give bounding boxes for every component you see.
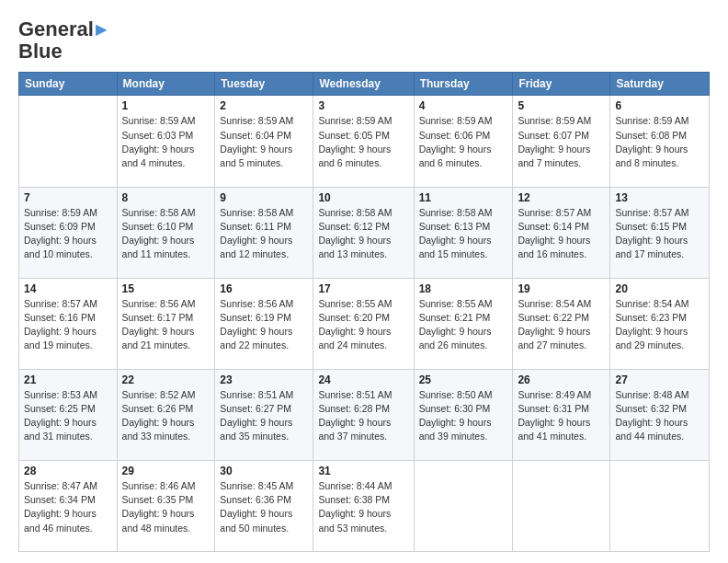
calendar-cell: 22Sunrise: 8:52 AM Sunset: 6:26 PM Dayli… xyxy=(117,369,215,460)
header: General▸ Blue xyxy=(18,15,710,63)
day-number: 23 xyxy=(220,373,308,386)
weekday-header-sunday: Sunday xyxy=(19,73,118,96)
day-number: 27 xyxy=(615,373,704,386)
day-info: Sunrise: 8:49 AM Sunset: 6:31 PM Dayligh… xyxy=(518,388,605,444)
day-info: Sunrise: 8:50 AM Sunset: 6:30 PM Dayligh… xyxy=(419,388,508,444)
day-number: 20 xyxy=(615,282,704,295)
calendar-cell xyxy=(513,460,610,551)
day-number: 5 xyxy=(518,99,605,112)
calendar-cell: 6Sunrise: 8:59 AM Sunset: 6:08 PM Daylig… xyxy=(610,96,710,187)
calendar-cell: 7Sunrise: 8:59 AM Sunset: 6:09 PM Daylig… xyxy=(19,187,118,278)
day-info: Sunrise: 8:59 AM Sunset: 6:06 PM Dayligh… xyxy=(419,114,508,170)
day-info: Sunrise: 8:54 AM Sunset: 6:22 PM Dayligh… xyxy=(518,297,605,353)
week-row-1: 7Sunrise: 8:59 AM Sunset: 6:09 PM Daylig… xyxy=(19,187,710,278)
calendar-cell: 1Sunrise: 8:59 AM Sunset: 6:03 PM Daylig… xyxy=(117,96,215,187)
calendar-cell: 17Sunrise: 8:55 AM Sunset: 6:20 PM Dayli… xyxy=(313,278,414,369)
weekday-header-tuesday: Tuesday xyxy=(215,73,313,96)
calendar-cell: 30Sunrise: 8:45 AM Sunset: 6:36 PM Dayli… xyxy=(215,460,313,551)
calendar-cell: 13Sunrise: 8:57 AM Sunset: 6:15 PM Dayli… xyxy=(610,187,710,278)
calendar-cell: 27Sunrise: 8:48 AM Sunset: 6:32 PM Dayli… xyxy=(610,369,710,460)
day-info: Sunrise: 8:45 AM Sunset: 6:36 PM Dayligh… xyxy=(220,479,308,535)
calendar-cell: 8Sunrise: 8:58 AM Sunset: 6:10 PM Daylig… xyxy=(117,187,215,278)
calendar-cell: 5Sunrise: 8:59 AM Sunset: 6:07 PM Daylig… xyxy=(513,96,610,187)
day-number: 28 xyxy=(24,465,112,477)
week-row-2: 14Sunrise: 8:57 AM Sunset: 6:16 PM Dayli… xyxy=(19,278,710,369)
day-info: Sunrise: 8:59 AM Sunset: 6:09 PM Dayligh… xyxy=(24,206,112,262)
calendar-cell: 21Sunrise: 8:53 AM Sunset: 6:25 PM Dayli… xyxy=(19,369,118,460)
day-info: Sunrise: 8:57 AM Sunset: 6:16 PM Dayligh… xyxy=(24,297,112,353)
day-info: Sunrise: 8:59 AM Sunset: 6:03 PM Dayligh… xyxy=(122,114,210,170)
weekday-header-monday: Monday xyxy=(117,73,215,96)
day-info: Sunrise: 8:58 AM Sunset: 6:12 PM Dayligh… xyxy=(318,206,408,262)
logo-arrow-icon: ▸ xyxy=(96,17,106,40)
calendar-cell: 3Sunrise: 8:59 AM Sunset: 6:05 PM Daylig… xyxy=(313,96,414,187)
weekday-header-row: SundayMondayTuesdayWednesdayThursdayFrid… xyxy=(19,73,710,96)
day-number: 26 xyxy=(518,373,605,386)
day-info: Sunrise: 8:56 AM Sunset: 6:19 PM Dayligh… xyxy=(220,297,308,353)
calendar-cell: 12Sunrise: 8:57 AM Sunset: 6:14 PM Dayli… xyxy=(513,187,610,278)
calendar-cell: 4Sunrise: 8:59 AM Sunset: 6:06 PM Daylig… xyxy=(414,96,513,187)
day-info: Sunrise: 8:58 AM Sunset: 6:13 PM Dayligh… xyxy=(419,206,508,262)
page-container: General▸ Blue SundayMondayTuesdayWednesd… xyxy=(0,0,728,563)
day-number: 15 xyxy=(122,282,210,295)
calendar-cell: 19Sunrise: 8:54 AM Sunset: 6:22 PM Dayli… xyxy=(513,278,610,369)
calendar-cell: 20Sunrise: 8:54 AM Sunset: 6:23 PM Dayli… xyxy=(610,278,710,369)
calendar-cell: 28Sunrise: 8:47 AM Sunset: 6:34 PM Dayli… xyxy=(19,460,118,551)
calendar-cell xyxy=(19,96,118,187)
day-info: Sunrise: 8:57 AM Sunset: 6:14 PM Dayligh… xyxy=(518,206,605,262)
day-info: Sunrise: 8:44 AM Sunset: 6:38 PM Dayligh… xyxy=(318,479,408,535)
day-info: Sunrise: 8:59 AM Sunset: 6:05 PM Dayligh… xyxy=(318,114,408,170)
day-number: 7 xyxy=(24,191,112,204)
calendar-cell xyxy=(610,460,710,551)
day-number: 16 xyxy=(220,282,308,295)
day-info: Sunrise: 8:56 AM Sunset: 6:17 PM Dayligh… xyxy=(122,297,210,353)
weekday-header-saturday: Saturday xyxy=(610,73,710,96)
day-info: Sunrise: 8:51 AM Sunset: 6:28 PM Dayligh… xyxy=(318,388,408,444)
logo-text: General▸ xyxy=(18,18,106,40)
day-number: 11 xyxy=(419,191,508,204)
day-info: Sunrise: 8:58 AM Sunset: 6:10 PM Dayligh… xyxy=(122,206,210,262)
day-info: Sunrise: 8:59 AM Sunset: 6:04 PM Dayligh… xyxy=(220,114,308,170)
calendar-table: SundayMondayTuesdayWednesdayThursdayFrid… xyxy=(18,72,710,552)
weekday-header-thursday: Thursday xyxy=(414,73,513,96)
calendar-cell: 24Sunrise: 8:51 AM Sunset: 6:28 PM Dayli… xyxy=(313,369,414,460)
day-info: Sunrise: 8:46 AM Sunset: 6:35 PM Dayligh… xyxy=(122,479,210,535)
calendar-cell: 31Sunrise: 8:44 AM Sunset: 6:38 PM Dayli… xyxy=(313,460,414,551)
day-number: 13 xyxy=(615,191,704,204)
day-info: Sunrise: 8:58 AM Sunset: 6:11 PM Dayligh… xyxy=(220,206,308,262)
day-number: 29 xyxy=(122,465,210,477)
day-info: Sunrise: 8:47 AM Sunset: 6:34 PM Dayligh… xyxy=(24,479,112,535)
calendar-cell: 26Sunrise: 8:49 AM Sunset: 6:31 PM Dayli… xyxy=(513,369,610,460)
day-info: Sunrise: 8:55 AM Sunset: 6:21 PM Dayligh… xyxy=(419,297,508,353)
weekday-header-friday: Friday xyxy=(513,73,610,96)
calendar-cell xyxy=(414,460,513,551)
day-number: 31 xyxy=(318,465,408,477)
logo: General▸ Blue xyxy=(18,18,106,63)
day-info: Sunrise: 8:59 AM Sunset: 6:08 PM Dayligh… xyxy=(615,114,704,170)
calendar-cell: 25Sunrise: 8:50 AM Sunset: 6:30 PM Dayli… xyxy=(414,369,513,460)
calendar-cell: 14Sunrise: 8:57 AM Sunset: 6:16 PM Dayli… xyxy=(19,278,118,369)
day-info: Sunrise: 8:55 AM Sunset: 6:20 PM Dayligh… xyxy=(318,297,408,353)
week-row-0: 1Sunrise: 8:59 AM Sunset: 6:03 PM Daylig… xyxy=(19,96,710,187)
day-number: 17 xyxy=(318,282,408,295)
day-number: 1 xyxy=(122,99,210,112)
calendar-cell: 29Sunrise: 8:46 AM Sunset: 6:35 PM Dayli… xyxy=(117,460,215,551)
calendar-cell: 2Sunrise: 8:59 AM Sunset: 6:04 PM Daylig… xyxy=(215,96,313,187)
day-info: Sunrise: 8:51 AM Sunset: 6:27 PM Dayligh… xyxy=(220,388,308,444)
day-number: 21 xyxy=(24,373,112,386)
day-info: Sunrise: 8:59 AM Sunset: 6:07 PM Dayligh… xyxy=(518,114,605,170)
logo-blue: Blue xyxy=(18,40,63,63)
day-number: 2 xyxy=(220,99,308,112)
day-number: 14 xyxy=(24,282,112,295)
day-info: Sunrise: 8:48 AM Sunset: 6:32 PM Dayligh… xyxy=(615,388,704,444)
day-number: 6 xyxy=(615,99,704,112)
day-number: 3 xyxy=(318,99,408,112)
day-number: 18 xyxy=(419,282,508,295)
day-number: 30 xyxy=(220,465,308,477)
week-row-3: 21Sunrise: 8:53 AM Sunset: 6:25 PM Dayli… xyxy=(19,369,710,460)
day-number: 19 xyxy=(518,282,605,295)
day-number: 12 xyxy=(518,191,605,204)
logo-general-word: General xyxy=(18,17,94,40)
calendar-cell: 23Sunrise: 8:51 AM Sunset: 6:27 PM Dayli… xyxy=(215,369,313,460)
day-number: 22 xyxy=(122,373,210,386)
